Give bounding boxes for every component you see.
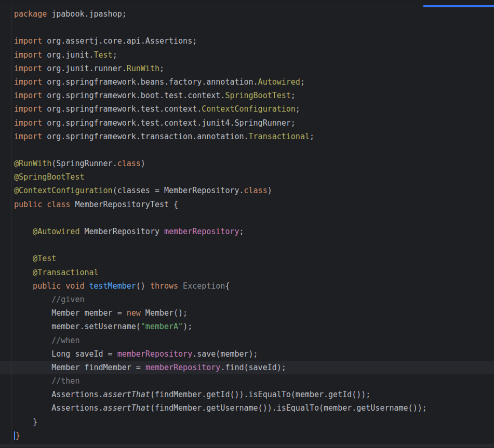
code-token: jpabook.jpashop;	[47, 9, 127, 19]
code-line[interactable]: public class MemberRepositoryTest {	[0, 198, 494, 211]
code-token: @SpringBootTest	[14, 172, 84, 182]
code-line[interactable]: member.setUsername("memberA");	[0, 320, 494, 333]
code-token: SpringBootTest	[225, 91, 290, 100]
code-token: //when	[14, 336, 79, 345]
code-token: "memberA"	[141, 322, 183, 331]
code-token: throws	[150, 281, 178, 291]
code-token: import	[14, 50, 42, 60]
code-line[interactable]: Member findMember = memberRepository.fin…	[0, 361, 494, 374]
code-token: }	[14, 417, 37, 427]
code-token: )	[141, 159, 145, 168]
code-token: @Autowired	[14, 227, 79, 236]
code-token: memberRepository	[117, 349, 193, 359]
code-line[interactable]	[0, 143, 494, 157]
code-token: org.assertj.core.api.Assertions;	[42, 36, 197, 46]
code-line[interactable]: }	[0, 415, 494, 429]
code-token: Assertions.	[14, 390, 103, 399]
code-line[interactable]: }	[0, 429, 494, 442]
code-token: assertThat	[103, 403, 150, 413]
code-line[interactable]: @Transactional	[0, 266, 494, 279]
code-line[interactable]: import org.assertj.core.api.Assertions;	[0, 34, 494, 48]
code-token: import	[14, 36, 42, 46]
code-token: org.junit.runner.	[42, 64, 127, 73]
code-token: {	[225, 281, 230, 291]
code-token	[84, 281, 89, 291]
code-token: import	[14, 64, 42, 73]
code-token: (SpringRunner.	[51, 159, 117, 168]
code-token: MemberRepositoryTest {	[70, 200, 178, 209]
code-line[interactable]: import org.springframework.test.context.…	[0, 116, 494, 130]
code-token: import	[14, 77, 42, 87]
code-line[interactable]: import org.springframework.test.context.…	[0, 102, 494, 116]
code-line[interactable]: package jpabook.jpashop;	[0, 7, 494, 21]
code-token: Autowired	[258, 77, 300, 87]
code-line[interactable]: @Test	[0, 252, 494, 265]
code-token: Test	[94, 50, 113, 60]
code-editor[interactable]: package jpabook.jpashop;import org.asser…	[0, 6, 494, 444]
code-line[interactable]: //then	[0, 374, 494, 388]
code-token: .save(member);	[192, 349, 258, 359]
code-token: ()	[136, 281, 150, 291]
code-token: import	[14, 91, 42, 100]
code-token: new	[127, 308, 141, 318]
code-line[interactable]: @ContextConfiguration(classes = MemberRe…	[0, 184, 494, 197]
code-line[interactable]: import org.springframework.transaction.a…	[0, 130, 494, 143]
code-token: @Test	[14, 254, 56, 263]
code-line[interactable]: Assertions.assertThat(findMember.getUser…	[0, 401, 494, 415]
code-token: (classes = MemberRepository.	[113, 186, 244, 195]
code-line[interactable]	[0, 21, 494, 34]
code-line[interactable]: //given	[0, 293, 494, 306]
code-line[interactable]: import org.springframework.beans.factory…	[0, 75, 494, 89]
code-token: memberRepository	[145, 363, 221, 372]
code-token: Long saveId =	[14, 349, 117, 359]
code-token: Transactional	[249, 132, 310, 141]
code-token: org.springframework.beans.factory.annota…	[42, 77, 258, 87]
code-token: ContextConfiguration	[202, 104, 296, 114]
code-line[interactable]: //when	[0, 334, 494, 347]
bottom-bar	[0, 444, 494, 447]
code-token: (findMember.getId()).isEqualTo(member.ge…	[150, 390, 370, 399]
code-token: ;	[296, 104, 300, 114]
code-line[interactable]: public void testMember() throws Exceptio…	[0, 279, 494, 293]
code-token: testMember	[89, 281, 136, 291]
code-line[interactable]: import org.springframework.boot.test.con…	[0, 89, 494, 102]
code-token: Assertions.	[14, 403, 103, 413]
code-token: org.springframework.test.context.	[42, 104, 202, 114]
code-line[interactable]: Assertions.assertThat(findMember.getId()…	[0, 388, 494, 401]
code-token: org.springframework.transaction.annotati…	[42, 132, 248, 141]
code-token: class	[117, 159, 141, 168]
editor-gutter	[11, 6, 11, 444]
code-token: (findMember.getUsername()).isEqualTo(mem…	[150, 403, 427, 413]
code-line[interactable]: Member member = new Member();	[0, 306, 494, 320]
code-token: org.junit.	[42, 50, 94, 60]
code-token: memberRepository	[164, 227, 239, 236]
code-token: class	[244, 186, 268, 195]
code-token: assertThat	[103, 390, 150, 399]
code-line[interactable]: @SpringBootTest	[0, 170, 494, 184]
code-token: public class	[14, 200, 70, 209]
code-token: .find(saveId);	[220, 363, 286, 372]
code-line[interactable]: import org.junit.runner.RunWith;	[0, 62, 494, 75]
code-line[interactable]	[0, 211, 494, 225]
code-line[interactable]: import org.junit.Test;	[0, 48, 494, 62]
code-token: ;	[300, 77, 305, 87]
code-token: @Transactional	[14, 268, 99, 277]
code-token: Member();	[141, 308, 188, 318]
code-token: RunWith	[127, 64, 159, 73]
code-token: );	[183, 322, 192, 331]
code-token: )	[268, 186, 272, 195]
code-token: ;	[113, 50, 117, 60]
code-token: import	[14, 132, 42, 141]
code-line[interactable]: Long saveId = memberRepository.save(memb…	[0, 347, 494, 361]
code-token: member.setUsername(	[14, 322, 141, 331]
code-token: ;	[291, 91, 296, 100]
code-lines: package jpabook.jpashop;import org.asser…	[0, 6, 494, 442]
code-line[interactable]	[0, 238, 494, 252]
code-token: //given	[14, 295, 84, 304]
code-token: MemberRepository	[79, 227, 164, 236]
code-line[interactable]: @RunWith(SpringRunner.class)	[0, 157, 494, 170]
code-line[interactable]: @Autowired MemberRepository memberReposi…	[0, 225, 494, 238]
editor-tab-strip	[0, 0, 494, 6]
code-token: import	[14, 118, 42, 128]
code-token: org.springframework.test.context.junit4.…	[42, 118, 296, 128]
